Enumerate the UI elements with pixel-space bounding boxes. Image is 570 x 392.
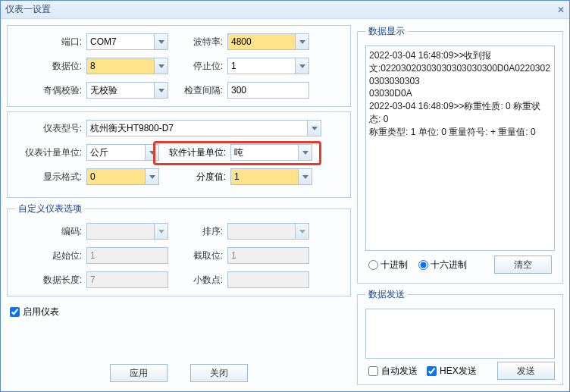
chevron-down-icon[interactable]: [154, 83, 168, 98]
cutbit-input: 1: [227, 247, 309, 264]
decimal-input: [227, 271, 309, 288]
chevron-down-icon[interactable]: [307, 121, 321, 136]
chevron-down-icon[interactable]: [145, 169, 158, 184]
checkinterval-input[interactable]: 300: [227, 82, 309, 99]
datasend-legend: 数据发送: [365, 288, 408, 301]
meterunit-combo[interactable]: 公斤: [86, 144, 159, 161]
datalen-input: 7: [86, 271, 168, 288]
datalen-label: 数据长度:: [15, 274, 86, 287]
hexsend-checkbox[interactable]: HEX发送: [427, 365, 477, 378]
cutbit-label: 截取位:: [168, 249, 227, 262]
port-combo[interactable]: COM7: [86, 33, 168, 50]
chevron-down-icon: [154, 224, 168, 239]
startbit-input: 1: [86, 247, 168, 264]
model-label: 仪表型号:: [15, 122, 86, 135]
baud-label: 波特率:: [168, 36, 227, 49]
titlebar: 仪表一设置 ✕: [1, 1, 569, 19]
encoding-label: 编码:: [15, 225, 86, 238]
sort-label: 排序:: [168, 225, 227, 238]
port-label: 端口:: [15, 36, 86, 49]
chevron-down-icon[interactable]: [298, 145, 312, 160]
dispfmt-combo[interactable]: 0: [86, 168, 159, 185]
chevron-down-icon[interactable]: [154, 58, 168, 74]
stopbits-combo[interactable]: 1: [227, 58, 309, 74]
datadisplay-legend: 数据显示: [365, 25, 408, 38]
apply-button[interactable]: 应用: [110, 364, 168, 382]
startbit-label: 起始位:: [15, 249, 86, 262]
chevron-down-icon[interactable]: [298, 169, 312, 184]
send-input[interactable]: [365, 309, 555, 359]
chevron-down-icon[interactable]: [295, 34, 308, 49]
connection-group: 端口: COM7 波特率: 4800 数据位: 8 停止位: 1 奇偶校验: 无…: [7, 25, 351, 107]
custom-group: 自定义仪表选项 编码: 排序: 起始位: 1 截取位: 1 数据长度: 7 小数…: [7, 202, 351, 296]
datasend-group: 数据发送 自动发送 HEX发送 发送: [357, 288, 563, 385]
parity-combo[interactable]: 无校验: [86, 82, 168, 99]
custom-legend: 自定义仪表选项: [15, 202, 85, 215]
log-output: 2022-03-04 16:48:09>>收到报 文:0220302030303…: [365, 45, 555, 251]
meterunit-label: 仪表计量单位:: [15, 146, 86, 159]
encoding-combo: [86, 223, 168, 240]
databits-combo[interactable]: 8: [86, 58, 168, 74]
parity-label: 奇偶校验:: [15, 84, 86, 97]
sort-combo: [227, 223, 309, 240]
decimal-label: 小数点:: [168, 274, 227, 287]
enable-checkbox[interactable]: 启用仪表: [10, 306, 348, 318]
clear-button[interactable]: 清空: [494, 256, 552, 274]
dec-radio[interactable]: 十进制: [368, 259, 408, 271]
chevron-down-icon[interactable]: [154, 34, 168, 49]
chevron-down-icon[interactable]: [295, 58, 308, 74]
chevron-down-icon: [295, 224, 308, 239]
close-icon[interactable]: ✕: [557, 5, 565, 15]
autosend-checkbox[interactable]: 自动发送: [368, 365, 418, 378]
baud-combo[interactable]: 4800: [227, 33, 309, 50]
datadisplay-group: 数据显示 2022-03-04 16:48:09>>收到报 文:02203020…: [357, 25, 563, 284]
databits-label: 数据位:: [15, 60, 86, 73]
softunit-combo[interactable]: 吨: [230, 144, 312, 161]
division-label: 分度值:: [159, 171, 230, 183]
stopbits-label: 停止位:: [168, 60, 227, 73]
chevron-down-icon[interactable]: [145, 145, 158, 160]
meter-group: 仪表型号: 杭州衡天HT9800-D7 仪表计量单位: 公斤 软件计量单位: 吨…: [7, 111, 351, 198]
softunit-label: 软件计量单位:: [159, 146, 230, 159]
dispfmt-label: 显示格式:: [15, 171, 86, 183]
send-button[interactable]: 发送: [497, 362, 555, 380]
model-combo[interactable]: 杭州衡天HT9800-D7: [86, 120, 321, 136]
hex-radio[interactable]: 十六进制: [418, 259, 467, 271]
window-title: 仪表一设置: [5, 3, 51, 16]
close-button[interactable]: 关闭: [190, 364, 248, 382]
checkinterval-label: 检查间隔:: [168, 84, 227, 97]
division-combo[interactable]: 1: [230, 168, 312, 185]
